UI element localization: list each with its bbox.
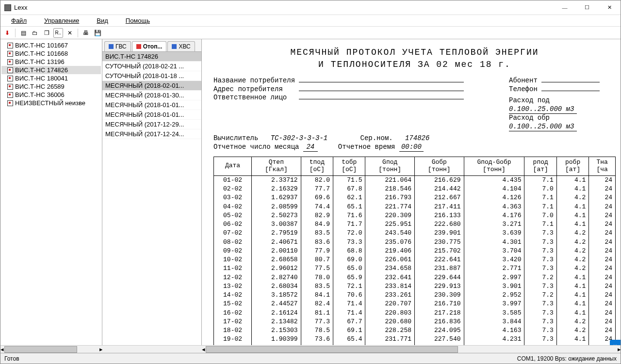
tree-item-label: ВИС.Т-НС 174826 <box>15 66 68 74</box>
r-icon[interactable]: R.. <box>53 28 63 38</box>
menu-view[interactable]: Вид <box>89 16 116 25</box>
table-cell: 2.952 <box>464 291 524 300</box>
teamviewer-icon[interactable]: ↔ <box>610 340 621 345</box>
list-item[interactable]: МЕСЯЧНЫЙ (2018-01-30... <box>102 91 201 100</box>
table-cell: 222.680 <box>414 220 464 229</box>
tree-item[interactable]: ВИС.Т-НС 180041 <box>1 74 101 82</box>
table-cell: 4.1 <box>556 309 588 317</box>
table-cell: 4.301 <box>464 238 524 247</box>
list-item[interactable]: МЕСЯЧНЫЙ (2018-01-01... <box>102 110 201 120</box>
table-cell: 4.231 <box>464 335 524 344</box>
responsible-field <box>299 99 464 99</box>
report-list[interactable]: ВИС.Т-НС 174826СУТОЧНЫЙ (2018-02-21 ...С… <box>102 52 201 345</box>
table-cell: 7.2 <box>524 273 556 282</box>
table-cell: 68.8 <box>333 247 365 255</box>
table-cell: 2.00110 <box>252 247 301 255</box>
label: Адрес потребителя <box>213 85 283 93</box>
table-cell: 231.887 <box>414 264 464 273</box>
table-cell: 02-02 <box>214 185 252 193</box>
menu-manage[interactable]: Управление <box>36 16 87 25</box>
tree-item[interactable]: ВИС.Т-НС 101668 <box>1 49 101 58</box>
table-cell: 15-02 <box>214 300 252 308</box>
table-cell: 4.1 <box>556 335 588 344</box>
table-row: 18-022.1530378.569.1228.258224.0954.1637… <box>214 326 616 335</box>
consumer-name-field <box>299 82 464 82</box>
status-bar: Готов COM1, 19200 Bps: ожидание данных <box>0 353 621 364</box>
delete-icon[interactable]: ✕ <box>65 28 75 38</box>
table-cell: 4.1 <box>556 211 588 220</box>
list-item[interactable]: МЕСЯЧНЫЙ (2017-12-29... <box>102 120 201 129</box>
column-header: Тна[ча <box>589 157 616 176</box>
list-hscroll[interactable] <box>102 345 202 353</box>
tree-item[interactable]: ВИС.Т-НС 26589 <box>1 82 101 91</box>
table-cell: 83.5 <box>301 282 333 291</box>
maximize-button[interactable]: ☐ <box>576 0 598 15</box>
table-cell: 216.133 <box>414 211 464 220</box>
tree-item[interactable]: ВИС.Т-НС 36006 <box>1 91 101 99</box>
table-cell: 224.095 <box>414 326 464 335</box>
table-row: 01-022.3371282.071.5221.064216.6294.4357… <box>214 175 616 185</box>
list-item[interactable]: ВИС.Т-НС 174826 <box>102 52 201 62</box>
tab-strip: ГВСОтоп...ХВС <box>102 39 201 52</box>
table-cell: 11-02 <box>214 264 252 273</box>
table-cell: 4.1 <box>556 203 588 211</box>
table-cell: 67.7 <box>333 317 365 326</box>
tree-item[interactable]: НЕИЗВЕСТНЫЙ неизве <box>1 99 101 107</box>
menu-file[interactable]: Файл <box>3 16 34 25</box>
download-icon[interactable]: ⬇ <box>2 28 12 38</box>
tree-item[interactable]: ВИС.Т-НС 101667 <box>1 41 101 49</box>
table-row: 16-022.1612481.171.4220.803217.2183.5857… <box>214 309 616 317</box>
table-cell: 01-02 <box>214 175 252 185</box>
list-item[interactable]: МЕСЯЧНЫЙ (2018-01-01... <box>102 100 201 110</box>
menu-help[interactable]: Помощь <box>118 16 158 25</box>
table-cell: 218.546 <box>365 185 415 193</box>
table-cell: 74.4 <box>301 203 333 211</box>
print-icon[interactable]: 🖶 <box>81 28 91 38</box>
doc-hscroll[interactable]: ◂▸ <box>202 345 621 353</box>
tab-label: Отоп... <box>143 43 163 50</box>
table-cell: 7.3 <box>524 238 556 247</box>
tree-item-label: ВИС.Т-НС 180041 <box>15 75 68 82</box>
table-cell: 71.5 <box>333 175 365 185</box>
close-button[interactable]: ✕ <box>598 0 621 15</box>
tree-item-label: НЕИЗВЕСТНЫЙ неизве <box>15 99 85 107</box>
table-cell: 209.394 <box>414 344 464 345</box>
table-cell: 06-02 <box>214 220 252 229</box>
table-cell: 7.3 <box>524 300 556 308</box>
label: Расход обр <box>509 114 550 122</box>
minimize-button[interactable]: — <box>554 0 576 15</box>
list-item[interactable]: МЕСЯЧНЫЙ (2017-12-24... <box>102 129 201 139</box>
folder-icon[interactable]: 🗀 <box>30 28 40 38</box>
table-cell: 80.7 <box>301 255 333 264</box>
table-cell: 7.0 <box>524 211 556 220</box>
table-cell: 2.07008 <box>252 344 301 345</box>
tree-hscroll[interactable]: ◂▸ <box>0 345 102 353</box>
report-document[interactable]: МЕСЯЧНЫЙ ПРОТОКОЛ УЧЕТА ТЕПЛОВОЙ ЭНЕРГИИ… <box>202 39 621 345</box>
table-cell: 4.1 <box>556 175 588 185</box>
table-cell: 3.00387 <box>252 220 301 229</box>
table-cell: 7.3 <box>524 255 556 264</box>
table-cell: 65.1 <box>333 203 365 211</box>
save-icon[interactable]: 💾 <box>93 28 102 38</box>
table-cell: 2.771 <box>464 264 524 273</box>
table-cell: 2.16329 <box>252 185 301 193</box>
tab[interactable]: Отоп... <box>132 41 167 51</box>
list-item[interactable]: МЕСЯЧНЫЙ (2018-02-01... <box>102 81 201 91</box>
tab[interactable]: ХВС <box>167 41 195 51</box>
table-cell: 24 <box>589 317 616 326</box>
device-tree[interactable]: ВИС.Т-НС 101667ВИС.Т-НС 101668ВИС.Т-НС 1… <box>0 39 102 345</box>
table-cell: 2.33712 <box>252 175 301 185</box>
table-cell: 2.40671 <box>252 238 301 247</box>
table-cell: 233.814 <box>365 282 415 291</box>
table-cell: 24 <box>589 203 616 211</box>
list-item[interactable]: СУТОЧНЫЙ (2018-01-18 ... <box>102 71 201 81</box>
tree-item[interactable]: ВИС.Т-НС 174826 <box>1 66 101 74</box>
table-cell: 3.271 <box>464 220 524 229</box>
device-icon <box>7 59 13 65</box>
list-icon[interactable]: ▤ <box>18 28 28 38</box>
list-item[interactable]: СУТОЧНЫЙ (2018-02-21 ... <box>102 62 201 71</box>
device-icon <box>7 84 13 90</box>
tab[interactable]: ГВС <box>104 41 131 51</box>
copy-icon[interactable]: ❐ <box>42 28 51 38</box>
tree-item[interactable]: ВИС.Т-НС 13196 <box>1 58 101 66</box>
